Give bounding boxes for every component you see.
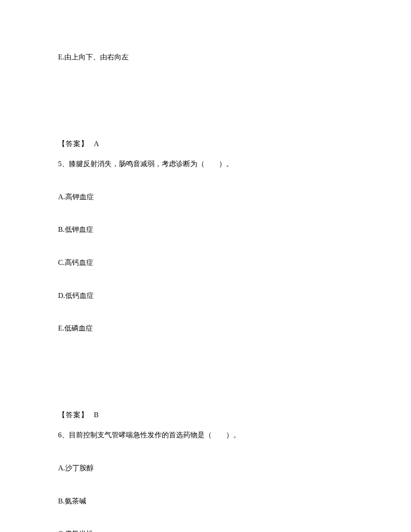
q5-answer-letter: B (94, 411, 99, 419)
q6-question: 6、目前控制支气管哮喘急性发作的首选药物是（ ）。 (58, 429, 353, 441)
q4-answer-value (90, 140, 94, 147)
q4-answer-label: 【答案】 (58, 140, 88, 147)
q5-option-d: D.低钙血症 (58, 290, 353, 302)
q4-answer-letter: A (94, 140, 99, 147)
q5-option-c: C.高钙血症 (58, 257, 353, 268)
q5-option-e: E.低磷血症 (58, 323, 353, 334)
q6-option-c: C.倍氯米松 (58, 528, 353, 532)
q4-option-e: E.由上向下、由右向左 (58, 51, 353, 63)
q4-answer: 【答案】 A (58, 138, 353, 150)
q6-option-b: B.氨茶碱 (58, 495, 353, 507)
q6-option-a: A.沙丁胺醇 (58, 462, 353, 474)
q5-answer: 【答案】 B (58, 409, 353, 421)
q5-option-b: B.低钾血症 (58, 224, 353, 235)
q5-question: 5、膝腱反射消失，肠鸣音减弱，考虑诊断为（ ）。 (58, 158, 353, 170)
q5-answer-value (90, 411, 94, 419)
q5-answer-label: 【答案】 (58, 411, 88, 419)
q5-option-a: A.高钾血症 (58, 191, 353, 203)
